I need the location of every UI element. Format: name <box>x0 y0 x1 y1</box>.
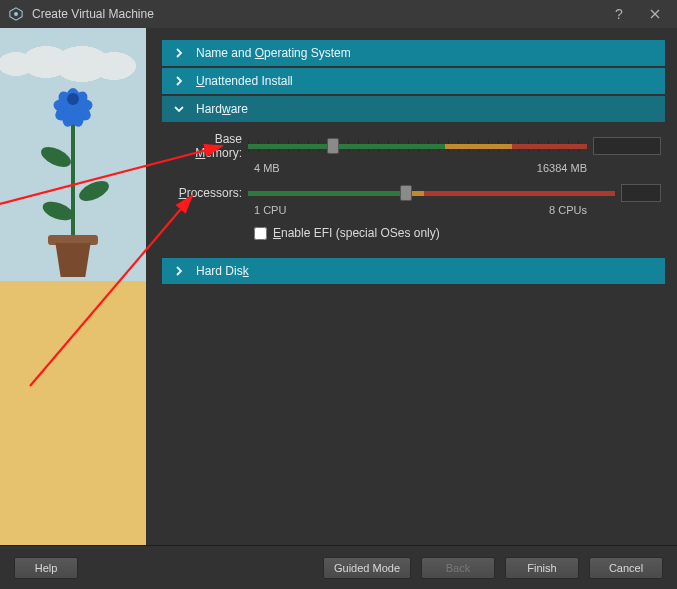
processors-min: 1 CPU <box>254 204 286 216</box>
titlebar: Create Virtual Machine ? <box>0 0 677 28</box>
section-label: Name and Operating System <box>196 46 351 60</box>
section-label: Unattended Install <box>196 74 293 88</box>
enable-efi-checkbox[interactable] <box>254 227 267 240</box>
window-title: Create Virtual Machine <box>32 7 597 21</box>
section-hardware[interactable]: Hardware <box>162 96 665 122</box>
finish-button[interactable]: Finish <box>505 557 579 579</box>
base-memory-max: 16384 MB <box>537 162 587 174</box>
base-memory-slider[interactable] <box>248 137 587 155</box>
section-unattended[interactable]: Unattended Install <box>162 68 665 94</box>
base-memory-label: Base Memory: <box>166 132 248 160</box>
section-hard-disk[interactable]: Hard Disk <box>162 258 665 284</box>
section-label: Hard Disk <box>196 264 249 278</box>
processors-input[interactable] <box>622 185 677 201</box>
app-icon <box>8 6 24 22</box>
help-icon[interactable]: ? <box>605 0 633 28</box>
enable-efi-label: Enable EFI (special OSes only) <box>273 226 440 240</box>
cancel-button[interactable]: Cancel <box>589 557 663 579</box>
footer: Help Guided Mode Back Finish Cancel <box>0 545 677 589</box>
processors-slider[interactable] <box>248 184 615 202</box>
chevron-right-icon <box>172 264 186 278</box>
help-button[interactable]: Help <box>14 557 78 579</box>
processors-max: 8 CPUs <box>549 204 587 216</box>
section-label: Hardware <box>196 102 248 116</box>
chevron-right-icon <box>172 46 186 60</box>
base-memory-min: 4 MB <box>254 162 280 174</box>
chevron-right-icon <box>172 74 186 88</box>
chevron-down-icon <box>172 102 186 116</box>
hardware-panel: Base Memory: MB ▲▼ 4 MB 16384 MB Process… <box>162 124 665 258</box>
guided-mode-button[interactable]: Guided Mode <box>323 557 411 579</box>
processors-label: Processors: <box>166 186 248 200</box>
processors-spinbox[interactable]: ▲▼ <box>621 184 661 202</box>
wizard-illustration <box>0 28 146 545</box>
base-memory-spinbox[interactable]: MB ▲▼ <box>593 137 661 155</box>
close-icon[interactable] <box>641 0 669 28</box>
svg-point-1 <box>14 12 18 16</box>
base-memory-input[interactable] <box>594 138 677 154</box>
section-name-os[interactable]: Name and Operating System <box>162 40 665 66</box>
back-button[interactable]: Back <box>421 557 495 579</box>
